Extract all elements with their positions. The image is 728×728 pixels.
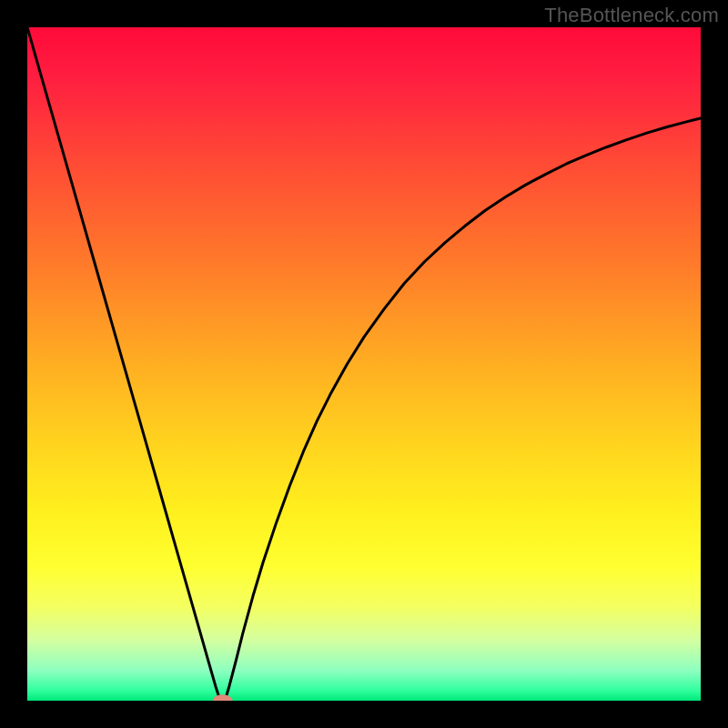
bottleneck-chart bbox=[27, 27, 701, 701]
chart-frame: TheBottleneck.com bbox=[0, 0, 728, 728]
watermark-text: TheBottleneck.com bbox=[544, 4, 719, 27]
gradient-background bbox=[27, 27, 701, 701]
